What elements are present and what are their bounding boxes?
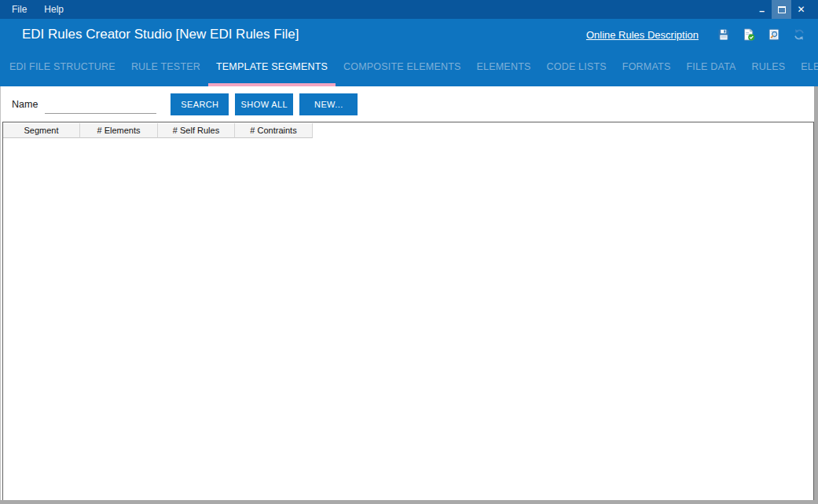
tab-rule-tester[interactable]: RULE TESTER [123,50,208,86]
grid-header-row: Segment # Elements # Self Rules # Contra… [3,123,313,138]
preview-document-icon[interactable] [767,28,780,42]
tab-template-segments[interactable]: TEMPLATE SEGMENTS [208,50,336,86]
maximize-button[interactable] [772,0,791,19]
refresh-icon[interactable] [792,28,805,42]
close-button[interactable]: ✕ [791,0,811,19]
online-rules-description-link[interactable]: Online Rules Description [586,29,699,41]
window-bottom-edge [0,500,818,504]
window-right-edge [814,86,818,504]
search-toolbar: Name SEARCH SHOW ALL NEW... [0,86,818,122]
maximize-icon [778,6,786,13]
save-icon[interactable] [717,28,730,42]
search-button[interactable]: SEARCH [171,93,229,115]
header-top-row: EDI Rules Creator Studio [New EDI Rules … [0,19,818,50]
menu-bar: File Help – ✕ [0,0,818,19]
minimize-icon: – [759,5,765,16]
validate-document-icon[interactable] [742,28,755,42]
tab-bar: EDI FILE STRUCTURE RULE TESTER TEMPLATE … [0,50,818,86]
tab-edi-file-structure[interactable]: EDI FILE STRUCTURE [2,50,123,86]
tab-file-data[interactable]: FILE DATA [678,50,743,86]
header-actions: Online Rules Description [586,28,805,42]
tab-rules[interactable]: RULES [744,50,794,86]
name-label: Name [12,99,38,110]
column-header-elements[interactable]: # Elements [80,123,158,138]
window-controls: – ✕ [752,0,811,19]
segments-grid: Segment # Elements # Self Rules # Contra… [2,122,814,500]
column-header-self-rules[interactable]: # Self Rules [158,123,235,138]
minimize-button[interactable]: – [752,0,772,19]
menu-file[interactable]: File [3,0,35,19]
tab-elements[interactable]: ELEMENTS [469,50,539,86]
page-title: EDI Rules Creator Studio [New EDI Rules … [22,27,299,42]
window-left-edge [0,86,1,500]
new-button[interactable]: NEW... [299,93,358,115]
name-input[interactable] [45,99,156,114]
tab-formats[interactable]: FORMATS [614,50,679,86]
close-icon: ✕ [797,4,805,15]
column-header-segment[interactable]: Segment [3,123,80,138]
tab-code-lists[interactable]: CODE LISTS [539,50,614,86]
menu-help[interactable]: Help [35,0,72,19]
tab-composite-elements[interactable]: COMPOSITE ELEMENTS [336,50,468,86]
column-header-contraints[interactable]: # Contraints [235,123,313,138]
app-header: EDI Rules Creator Studio [New EDI Rules … [0,19,818,86]
show-all-button[interactable]: SHOW ALL [235,93,293,115]
app-window: File Help – ✕ EDI Rules Creator Studio [… [0,0,818,504]
tab-element-equality[interactable]: ELEMENT EQUALITY [793,50,818,86]
